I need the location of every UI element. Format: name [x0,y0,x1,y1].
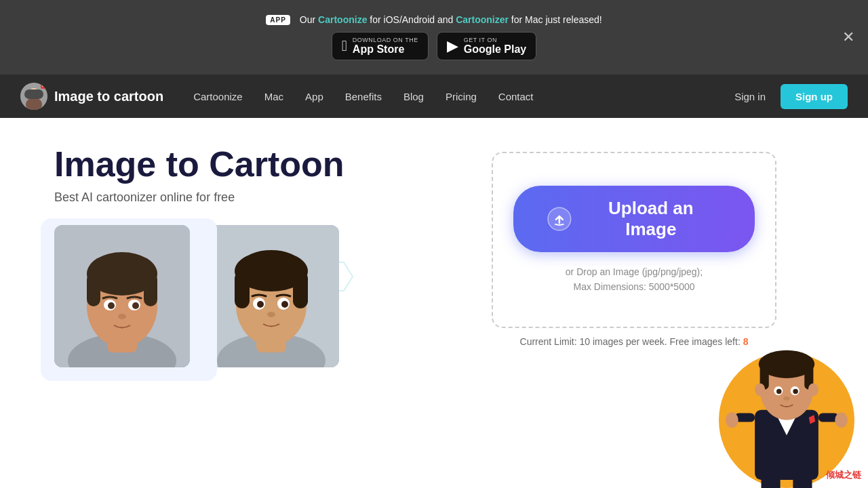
ai-badge: AI [41,83,47,89]
appstore-big-text: App Store [353,43,418,56]
svg-point-45 [755,383,765,396]
char-figure [705,296,868,488]
hero-subtitle: Best AI cartoonizer online for free [54,190,441,205]
watermark: 倾城之链 [826,469,861,481]
svg-rect-24 [235,271,250,308]
logo-avatar: AI [20,83,47,110]
upload-button[interactable]: Upload an Image [513,186,755,252]
nav-blog[interactable]: Blog [394,85,433,108]
nav-app[interactable]: App [296,85,333,108]
nav-contact[interactable]: Contact [489,85,543,108]
svg-rect-51 [762,476,781,488]
svg-point-44 [783,396,789,401]
googleplay-small-text: GET IT ON [464,37,526,43]
appstore-button[interactable]:  Download on the App Store [332,32,429,60]
left-side: Image to Cartoon Best AI cartoonizer onl… [54,145,441,474]
announce-text: Our Cartoonize for iOS/Android and Carto… [300,14,602,25]
nav-benefits[interactable]: Benefits [336,85,391,108]
appstore-small-text: Download on the [353,37,418,43]
sample-images [54,225,441,367]
navbar: AI Image to cartoon Cartoonize Mac App B… [0,75,868,118]
googleplay-big-text: Google Play [464,43,526,56]
cartoonizer-link[interactable]: Cartoonizer [456,14,509,25]
svg-point-13 [108,302,115,309]
nav-cartoonize[interactable]: Cartoonize [184,85,252,108]
signup-button[interactable]: Sign up [781,84,848,109]
sample-image-1 [54,225,190,367]
svg-point-49 [726,413,738,428]
banner-content: APP Our Cartoonize for iOS/Android and C… [266,14,601,60]
top-banner: APP Our Cartoonize for iOS/Android and C… [0,0,868,75]
app-badge: APP [266,15,290,25]
svg-point-46 [808,383,818,396]
svg-rect-9 [87,272,100,306]
upload-button-label: Upload an Image [581,198,721,240]
main-content: Image to Cartoon Best AI cartoonizer onl… [0,118,868,488]
signin-button[interactable]: Sign in [726,85,774,108]
svg-rect-3 [24,89,43,99]
svg-point-43 [793,389,798,394]
cartoonize-link[interactable]: Cartoonize [318,14,367,25]
right-side: Upload an Image or Drop an Image (jpg/pn… [441,145,827,474]
hero-title: Image to Cartoon [54,145,441,184]
apple-icon:  [342,37,347,55]
svg-point-42 [776,389,782,394]
svg-rect-25 [293,271,308,308]
close-banner-button[interactable]: ✕ [842,28,854,46]
logo-text: Image to cartoon [54,89,163,104]
googleplay-button[interactable]: ▶ GET IT ON Google Play [437,32,536,60]
store-buttons:  Download on the App Store ▶ GET IT ON … [332,32,536,60]
svg-point-50 [835,413,848,428]
svg-point-30 [281,301,288,308]
nav-mac[interactable]: Mac [255,85,293,108]
svg-point-14 [132,302,139,309]
svg-point-15 [118,314,126,319]
svg-rect-10 [144,272,157,306]
cartoon-character [705,296,868,488]
upload-icon [547,207,572,231]
svg-rect-52 [793,476,812,488]
svg-point-29 [257,301,264,308]
nav-actions: Sign in Sign up [726,84,848,109]
googleplay-icon: ▶ [447,37,458,55]
svg-point-31 [267,312,275,317]
logo-link[interactable]: AI Image to cartoon [20,83,163,110]
nav-links: Cartoonize Mac App Benefits Blog Pricing… [184,85,726,108]
nav-pricing[interactable]: Pricing [436,85,486,108]
sample-image-2 [203,225,339,367]
svg-point-26 [244,250,298,274]
drop-hint: or Drop an Image (jpg/png/jpeg); Max Dim… [566,264,703,295]
